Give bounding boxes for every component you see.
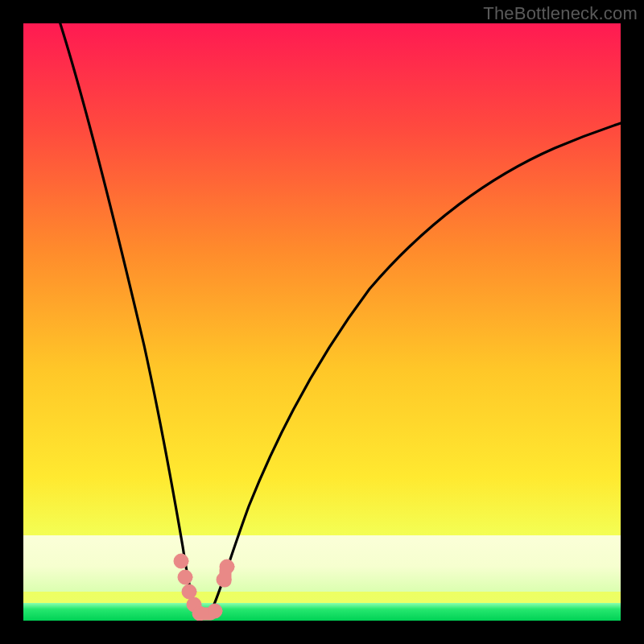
- svg-point-4: [178, 570, 192, 584]
- svg-rect-12: [220, 564, 231, 587]
- svg-point-5: [182, 584, 196, 599]
- svg-point-9: [208, 604, 222, 618]
- svg-point-3: [174, 554, 188, 568]
- marker-group: [174, 554, 234, 621]
- bottleneck-curve: [52, 23, 621, 617]
- chart-frame: [23, 23, 621, 621]
- watermark-text: TheBottleneck.com: [483, 3, 638, 24]
- plot-area: [23, 23, 621, 621]
- bottleneck-curve-svg: [23, 23, 621, 621]
